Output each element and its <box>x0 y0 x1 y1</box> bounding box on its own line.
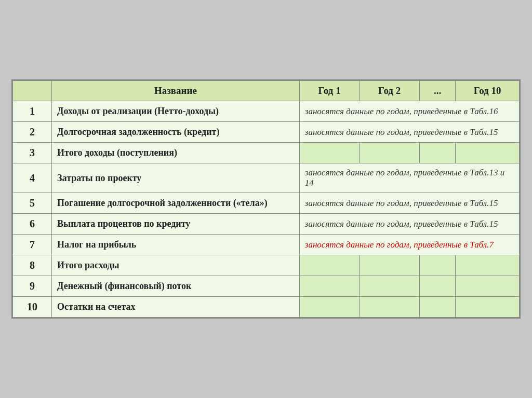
table-row: 8Итого расходы <box>13 255 520 276</box>
header-name: Название <box>52 81 300 101</box>
table-row: 10Остатки на счетах <box>13 297 520 318</box>
row-dots <box>419 276 455 297</box>
row-year10 <box>456 297 520 318</box>
table-row: 5Погашение долгосрочной задолженности («… <box>13 193 520 214</box>
row-desc: заносятся данные по годам, приведенные в… <box>299 235 519 255</box>
row-num: 6 <box>13 214 52 235</box>
main-table-container: Название Год 1 Год 2 ... Год 10 1Доходы … <box>11 79 521 319</box>
row-dots <box>419 297 455 318</box>
row-desc: заносятся данные по годам, приведенные в… <box>299 101 519 122</box>
row-dots <box>419 255 455 276</box>
row-desc: заносятся данные по годам, приведенные в… <box>299 193 519 214</box>
row-name: Остатки на счетах <box>52 297 300 318</box>
row-year1 <box>299 276 360 297</box>
header-num <box>13 81 52 101</box>
row-name: Выплата процентов по кредиту <box>52 214 300 235</box>
header-year1: Год 1 <box>299 81 360 101</box>
table-row: 9Денежный (финансовый) поток <box>13 276 520 297</box>
row-num: 8 <box>13 255 52 276</box>
table-row: 7Налог на прибыльзаносятся данные по год… <box>13 235 520 255</box>
table-row: 3Итого доходы (поступления) <box>13 143 520 163</box>
header-year10: Год 10 <box>456 81 520 101</box>
table-row: 4Затраты по проектузаносятся данные по г… <box>13 163 520 193</box>
row-name: Денежный (финансовый) поток <box>52 276 300 297</box>
row-name: Итого доходы (поступления) <box>52 143 300 163</box>
row-name: Доходы от реализации (Нетто-доходы) <box>52 101 300 122</box>
row-num: 7 <box>13 235 52 255</box>
table-row: 1Доходы от реализации (Нетто-доходы)зано… <box>13 101 520 122</box>
row-name: Погашение долгосрочной задолженности («т… <box>52 193 300 214</box>
row-num: 5 <box>13 193 52 214</box>
row-year10 <box>456 143 520 163</box>
row-num: 9 <box>13 276 52 297</box>
row-name: Затраты по проекту <box>52 163 300 193</box>
row-dots <box>419 143 455 163</box>
row-desc: заносятся данные по годам, приведенные в… <box>299 163 519 193</box>
table-row: 6Выплата процентов по кредитузаносятся д… <box>13 214 520 235</box>
table-body: 1Доходы от реализации (Нетто-доходы)зано… <box>13 101 520 318</box>
row-year2 <box>360 276 420 297</box>
row-year10 <box>456 255 520 276</box>
row-name: Налог на прибыль <box>52 235 300 255</box>
row-year1 <box>299 143 360 163</box>
table-row: 2Долгосрочная задолженность (кредит)зано… <box>13 122 520 143</box>
row-desc: заносятся данные по годам, приведенные в… <box>299 214 519 235</box>
row-year1 <box>299 255 360 276</box>
row-year10 <box>456 276 520 297</box>
row-year2 <box>360 297 420 318</box>
row-name: Долгосрочная задолженность (кредит) <box>52 122 300 143</box>
header-dots: ... <box>419 81 455 101</box>
row-num: 3 <box>13 143 52 163</box>
row-num: 4 <box>13 163 52 193</box>
header-year2: Год 2 <box>360 81 420 101</box>
row-num: 1 <box>13 101 52 122</box>
row-desc: заносятся данные по годам, приведенные в… <box>299 122 519 143</box>
row-year1 <box>299 297 360 318</box>
row-year2 <box>360 255 420 276</box>
row-num: 10 <box>13 297 52 318</box>
row-name: Итого расходы <box>52 255 300 276</box>
row-num: 2 <box>13 122 52 143</box>
table-header: Название Год 1 Год 2 ... Год 10 <box>13 81 520 101</box>
row-year2 <box>360 143 420 163</box>
